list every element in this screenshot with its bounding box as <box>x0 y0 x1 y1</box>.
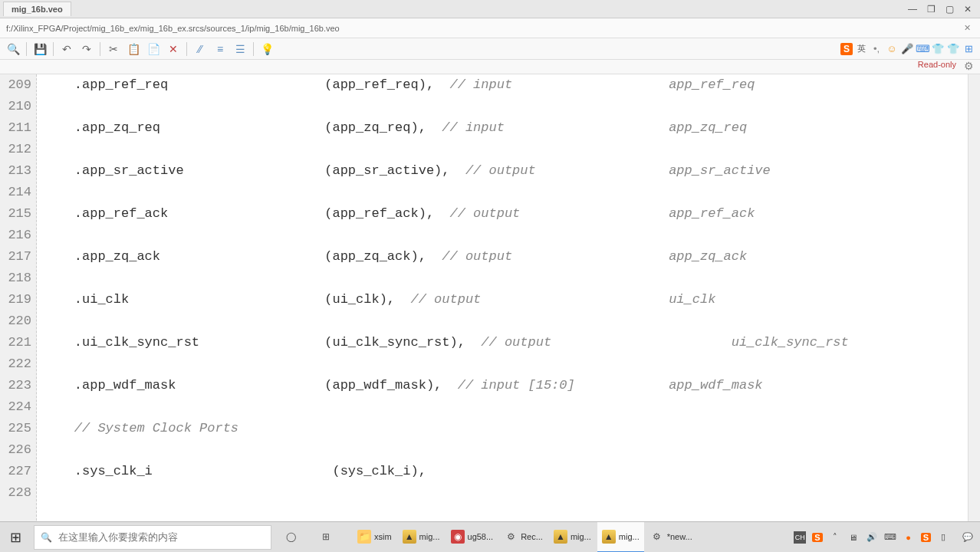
ime-badge-icon[interactable]: S <box>840 43 853 55</box>
code-editor[interactable]: 2092102112122132142152162172182192202212… <box>0 74 980 540</box>
code-line[interactable]: .ui_clk_sync_rst (ui_clk_sync_rst), // o… <box>43 332 968 353</box>
delete-icon[interactable]: ✕ <box>165 41 182 58</box>
tray-keyboard-icon[interactable]: ⌨ <box>884 531 896 544</box>
close-file-icon[interactable]: ✕ <box>961 23 974 33</box>
taskbar-app-mig[interactable]: ▲mig... <box>398 522 445 553</box>
tray-ch-badge[interactable]: CH <box>794 531 806 544</box>
code-line[interactable] <box>43 353 968 375</box>
paste-icon[interactable]: 📄 <box>145 41 162 58</box>
tray-up-icon[interactable]: ˄ <box>829 531 841 544</box>
code-line[interactable] <box>43 225 968 246</box>
line-number: 215 <box>0 203 31 225</box>
line-number: 227 <box>0 461 31 482</box>
gear-icon[interactable]: ⚙ <box>964 60 974 72</box>
taskbar-app-new[interactable]: ⚙*new... <box>646 522 697 553</box>
format-icon[interactable]: ≡ <box>212 41 229 58</box>
code-line[interactable]: .app_ref_req (app_ref_req), // input app… <box>43 74 968 96</box>
search-input[interactable] <box>58 531 265 543</box>
vivado-icon: ▲ <box>602 530 616 544</box>
undo-icon[interactable]: ↶ <box>58 41 75 58</box>
line-number: 219 <box>0 289 31 310</box>
title-bar: mig_16b.veo — ❐ ▢ ✕ <box>0 0 980 18</box>
tray-volume-icon[interactable]: 🔊 <box>866 531 878 544</box>
line-number: 210 <box>0 96 31 117</box>
line-number: 220 <box>0 310 31 332</box>
taskbar-search[interactable]: 🔍 <box>34 525 271 550</box>
line-number: 223 <box>0 375 31 396</box>
ime-mode[interactable]: 英 <box>854 42 868 56</box>
indent-icon[interactable]: ☰ <box>232 41 248 58</box>
restore-icon[interactable]: ▢ <box>943 3 955 15</box>
start-button[interactable]: ⊞ <box>0 522 31 553</box>
taskbar-app-mig[interactable]: ▲mig... <box>597 522 644 553</box>
tray-ime2-icon[interactable]: S <box>921 533 931 542</box>
line-number: 221 <box>0 332 31 353</box>
taskbar-app-label: mig... <box>571 532 591 541</box>
tray-battery-icon[interactable]: ▯ <box>937 531 949 544</box>
code-line[interactable] <box>43 439 968 461</box>
line-number: 209 <box>0 74 31 96</box>
vertical-scrollbar[interactable] <box>968 74 980 540</box>
taskbar-app-label: mig... <box>619 532 640 541</box>
line-number: 222 <box>0 353 31 375</box>
save-icon[interactable]: 💾 <box>31 41 48 58</box>
copy-icon[interactable]: 📋 <box>125 41 142 58</box>
code-line[interactable]: .app_zq_req (app_zq_req), // input app_z… <box>43 117 968 139</box>
readonly-label: Read-only <box>918 60 956 72</box>
ime-punct-icon[interactable]: •, <box>870 42 883 56</box>
code-line[interactable] <box>43 268 968 289</box>
code-line[interactable]: .sys_clk_i (sys_clk_i), <box>43 461 968 482</box>
ime-keyboard-icon[interactable]: ⌨ <box>916 42 929 56</box>
code-line[interactable] <box>43 396 968 418</box>
line-number: 224 <box>0 396 31 418</box>
editor-toolbar: 🔍 💾 ↶ ↷ ✂ 📋 📄 ✕ ⁄⁄ ≡ ☰ 💡 S 英 •, ☺ 🎤 ⌨ 👕 … <box>0 38 980 60</box>
line-number: 217 <box>0 246 31 268</box>
minimize-icon[interactable]: — <box>906 3 919 15</box>
close-icon[interactable]: ✕ <box>962 3 974 15</box>
code-line[interactable] <box>43 182 968 203</box>
code-line[interactable]: .app_zq_ack (app_zq_ack), // output app_… <box>43 246 968 268</box>
cortana-button[interactable]: ◯ <box>279 522 313 553</box>
taskbar-app-xsim[interactable]: 📁xsim <box>353 522 396 553</box>
taskbar-app-Rec[interactable]: ⚙Rec... <box>499 522 548 553</box>
tray-ime-icon[interactable]: S <box>812 533 822 542</box>
search-icon[interactable]: 🔍 <box>5 41 21 58</box>
red-icon: ◉ <box>451 530 465 544</box>
ime-emoji-icon[interactable]: ☺ <box>885 42 899 56</box>
line-number: 213 <box>0 160 31 182</box>
code-line[interactable] <box>43 139 968 160</box>
code-line[interactable]: .ui_clk (ui_clk), // output ui_clk <box>43 289 968 310</box>
code-line[interactable] <box>43 482 968 504</box>
ime-mic-icon[interactable]: 🎤 <box>900 42 914 56</box>
code-line[interactable]: // System Clock Ports <box>43 418 968 439</box>
line-gutter: 2092102112122132142152162172182192202212… <box>0 74 37 540</box>
path-bar: f:/Xilinx_FPGA/Project/mig_16b_ex/mig_16… <box>0 18 980 38</box>
code-line[interactable]: .app_ref_ack (app_ref_ack), // output ap… <box>43 203 968 225</box>
tray-network-icon[interactable]: 🖥 <box>847 531 860 544</box>
code-line[interactable] <box>43 96 968 117</box>
help-icon[interactable]: 💡 <box>258 41 275 58</box>
line-number: 225 <box>0 418 31 439</box>
redo-icon[interactable]: ↷ <box>78 41 95 58</box>
line-number: 216 <box>0 225 31 246</box>
taskbar-app-ug58[interactable]: ◉ug58... <box>446 522 498 553</box>
cut-icon[interactable]: ✂ <box>105 41 122 58</box>
file-path: f:/Xilinx_FPGA/Project/mig_16b_ex/mig_16… <box>6 24 340 33</box>
sys-icon: ⚙ <box>650 530 664 544</box>
code-line[interactable]: .app_wdf_mask (app_wdf_mask), // input [… <box>43 375 968 396</box>
comment-icon[interactable]: ⁄⁄ <box>192 41 209 58</box>
ime-tool-icon[interactable]: 👕 <box>946 42 960 56</box>
taskview-button[interactable]: ⊞ <box>314 522 348 553</box>
line-number: 226 <box>0 439 31 461</box>
code-area[interactable]: .app_ref_req (app_ref_req), // input app… <box>37 74 968 540</box>
ime-skin-icon[interactable]: 👕 <box>931 42 945 56</box>
code-line[interactable] <box>43 310 968 332</box>
ime-grid-icon[interactable]: ⊞ <box>962 42 975 56</box>
tray-notification-icon[interactable]: 💬 <box>962 531 974 544</box>
maximize-icon[interactable]: ❐ <box>925 3 937 15</box>
code-line[interactable]: .app_sr_active (app_sr_active), // outpu… <box>43 160 968 182</box>
file-tab[interactable]: mig_16b.veo <box>3 2 71 16</box>
vivado-icon: ▲ <box>403 530 416 544</box>
taskbar-app-mig[interactable]: ▲mig... <box>549 522 596 553</box>
tray-orange-icon[interactable]: ● <box>903 531 915 544</box>
